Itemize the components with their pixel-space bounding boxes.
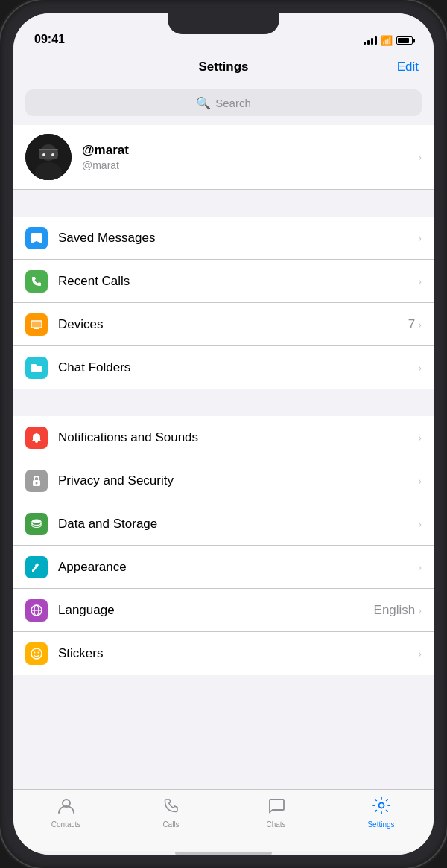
devices-value: 7 (408, 317, 415, 332)
phone-frame: 09:41 📶 Settings Edit 🔍 (0, 0, 447, 868)
privacy-icon (25, 470, 48, 492)
page-title: Settings (198, 60, 248, 74)
language-label: Language (58, 603, 374, 618)
svg-point-17 (31, 648, 42, 659)
profile-handle: @marat (82, 159, 418, 171)
phone-screen: 09:41 📶 Settings Edit 🔍 (13, 13, 434, 855)
edit-button[interactable]: Edit (397, 60, 419, 74)
bar1 (364, 42, 366, 45)
devices-label: Devices (58, 317, 408, 332)
privacy-label: Privacy and Security (58, 473, 418, 488)
svg-rect-3 (39, 149, 58, 159)
svg-rect-9 (32, 322, 41, 327)
list-item[interactable]: Stickers › (13, 632, 434, 675)
stickers-icon (25, 642, 48, 665)
list-item[interactable]: Data and Storage › (13, 502, 434, 546)
tab-bar: Contacts Calls Chats (13, 789, 434, 851)
chats-label: Chats (266, 820, 285, 829)
svg-point-12 (32, 519, 41, 523)
wifi-icon: 📶 (381, 35, 393, 46)
language-icon (25, 599, 48, 622)
recent-calls-icon (25, 270, 48, 293)
svg-rect-8 (34, 328, 39, 329)
bar3 (371, 38, 373, 45)
saved-messages-chevron: › (418, 232, 422, 244)
settings-icon (372, 796, 391, 818)
calls-label: Calls (162, 820, 179, 829)
notifications-label: Notifications and Sounds (58, 430, 418, 445)
language-chevron: › (418, 604, 422, 616)
saved-messages-icon (25, 227, 48, 249)
search-input[interactable]: 🔍 Search (25, 89, 422, 116)
settings-tab-label: Settings (367, 820, 394, 829)
bar2 (367, 40, 370, 45)
section-separator-1 (13, 190, 434, 217)
list-item[interactable]: Saved Messages › (13, 217, 434, 260)
list-item[interactable]: Appearance › (13, 546, 434, 589)
search-placeholder: Search (215, 97, 251, 109)
battery-fill (398, 38, 409, 43)
home-indicator (13, 851, 434, 855)
chats-icon (267, 796, 286, 818)
data-storage-chevron: › (418, 518, 422, 530)
avatar-face (25, 134, 72, 180)
recent-calls-label: Recent Calls (58, 274, 418, 289)
tab-contacts[interactable]: Contacts (13, 796, 118, 829)
language-value: English (374, 603, 416, 618)
list-item[interactable]: Privacy and Security › (13, 459, 434, 502)
chat-folders-chevron: › (418, 362, 422, 374)
tab-chats[interactable]: Chats (224, 796, 329, 829)
avatar (25, 134, 72, 180)
status-icons: 📶 (364, 35, 413, 46)
content-area: @marat @marat › Saved Messages › (13, 125, 434, 789)
home-bar (175, 852, 272, 855)
appearance-label: Appearance (58, 560, 418, 575)
stickers-chevron: › (418, 648, 422, 660)
notch (168, 13, 279, 34)
settings-group-main: Notifications and Sounds › Privacy and S… (13, 416, 434, 675)
svg-point-18 (34, 652, 36, 654)
tab-calls[interactable]: Calls (118, 796, 224, 829)
calls-icon (162, 796, 181, 818)
profile-row[interactable]: @marat @marat › (13, 125, 434, 190)
chat-folders-icon (25, 357, 48, 379)
notifications-icon (25, 427, 48, 449)
data-storage-label: Data and Storage (58, 517, 418, 532)
data-storage-icon (25, 513, 48, 535)
list-item[interactable]: Chat Folders › (13, 346, 434, 389)
list-item[interactable]: Notifications and Sounds › (13, 416, 434, 459)
section-separator-2 (13, 389, 434, 416)
svg-rect-4 (39, 149, 58, 150)
settings-group-shortcuts: Saved Messages › Recent Calls › (13, 217, 434, 389)
privacy-chevron: › (418, 475, 422, 487)
recent-calls-chevron: › (418, 275, 422, 287)
notifications-chevron: › (418, 432, 422, 444)
profile-name: @marat (82, 143, 418, 158)
stickers-label: Stickers (58, 646, 418, 661)
devices-chevron: › (418, 319, 422, 331)
bottom-spacer (13, 675, 434, 690)
list-item[interactable]: Recent Calls › (13, 260, 434, 303)
list-item[interactable]: Devices 7 › (13, 303, 434, 346)
search-icon: 🔍 (196, 96, 211, 110)
profile-chevron: › (418, 151, 422, 163)
profile-info: @marat @marat (82, 143, 418, 171)
nav-header: Settings Edit (13, 51, 434, 83)
svg-point-21 (378, 803, 384, 808)
svg-point-19 (38, 652, 39, 654)
contacts-label: Contacts (51, 820, 80, 829)
svg-point-6 (51, 153, 54, 156)
battery-icon (396, 36, 413, 45)
chat-folders-label: Chat Folders (58, 360, 418, 375)
devices-icon (25, 313, 48, 336)
list-item[interactable]: Language English › (13, 589, 434, 632)
search-bar-container: 🔍 Search (13, 83, 434, 125)
signal-bars (364, 36, 377, 45)
contacts-icon (57, 796, 76, 818)
saved-messages-label: Saved Messages (58, 231, 418, 246)
svg-point-11 (36, 482, 38, 484)
tab-settings[interactable]: Settings (329, 796, 434, 829)
status-time: 09:41 (34, 33, 65, 46)
appearance-icon (25, 556, 48, 578)
svg-point-5 (42, 153, 45, 156)
